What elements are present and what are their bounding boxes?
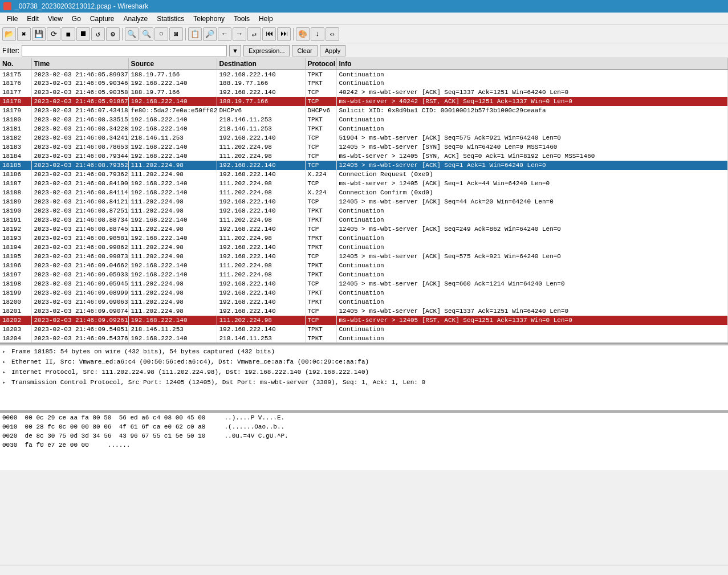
table-row[interactable]: 181792023-02-03 21:46:07.434183000fe80::…	[0, 106, 728, 115]
expand-icon[interactable]: ▸	[2, 358, 9, 365]
toolbar-btn-7[interactable]: ⚙	[106, 27, 120, 41]
table-row[interactable]: 181952023-02-03 21:46:08.998739000111.20…	[0, 252, 728, 261]
menu-item-file[interactable]: File	[2, 14, 22, 24]
toolbar-btn-11[interactable]: ○	[154, 27, 168, 41]
toolbar-btn-1[interactable]: ✖	[17, 27, 31, 41]
cell-proto: TPKT	[305, 234, 336, 243]
table-row[interactable]: 182012023-02-03 21:46:09.090742000111.20…	[0, 307, 728, 316]
cell-proto: TCP	[305, 161, 336, 170]
menu-item-view[interactable]: View	[43, 14, 67, 24]
toolbar-btn-17[interactable]: →	[233, 27, 246, 41]
apply-button[interactable]: Apply	[320, 45, 346, 56]
menu-item-telephony[interactable]: Telephony	[189, 14, 229, 24]
table-row[interactable]: 181842023-02-03 21:46:08.793443000192.16…	[0, 152, 728, 161]
menu-item-go[interactable]: Go	[67, 14, 86, 24]
detail-row[interactable]: ▸Frame 18185: 54 bytes on wire (432 bits…	[2, 346, 726, 357]
cell-info: Connection Confirm (0xd0)	[336, 188, 728, 197]
filter-input[interactable]	[22, 45, 227, 56]
toolbar-btn-0[interactable]: 📂	[2, 27, 16, 41]
bytes-row: 0020 de 8c 30 75 0d 3d 34 56 43 96 67 55…	[2, 433, 726, 442]
table-row[interactable]: 181772023-02-03 21:46:05.903587000188.19…	[0, 88, 728, 97]
menu-item-capture[interactable]: Capture	[86, 14, 119, 24]
table-row[interactable]: 181992023-02-03 21:46:09.089991000111.20…	[0, 288, 728, 297]
expand-icon[interactable]: ▸	[2, 379, 9, 386]
table-row[interactable]: 182022023-02-03 21:46:09.092618000192.16…	[0, 316, 728, 325]
cell-no: 18201	[0, 307, 31, 316]
table-row[interactable]: 181862023-02-03 21:46:08.793623000111.20…	[0, 170, 728, 179]
table-row[interactable]: 181932023-02-03 21:46:08.985810000192.16…	[0, 234, 728, 243]
table-row[interactable]: 181822023-02-03 21:46:08.342411000218.14…	[0, 133, 728, 142]
table-row[interactable]: 181852023-02-03 21:46:08.793520000111.20…	[0, 161, 728, 170]
table-row[interactable]: 181902023-02-03 21:46:08.872517000111.20…	[0, 206, 728, 215]
col-header-dst[interactable]: Destination	[217, 58, 305, 70]
cell-proto: TCP	[305, 179, 336, 188]
toolbar-btn-2[interactable]: 💾	[32, 27, 46, 41]
table-row[interactable]: 181962023-02-03 21:46:09.046626000192.16…	[0, 261, 728, 270]
toolbar-btn-18[interactable]: ↵	[247, 27, 261, 41]
menubar: FileEditViewGoCaptureAnalyzeStatisticsTe…	[0, 13, 728, 25]
table-row[interactable]: 181752023-02-03 21:46:05.899376000188.19…	[0, 70, 728, 79]
cell-src: fe80::5da2:7e0a:e50ff02::1:2	[128, 106, 217, 115]
table-row[interactable]: 181972023-02-03 21:46:09.059331000192.16…	[0, 270, 728, 279]
toolbar-btn-22[interactable]: 🎨	[296, 27, 310, 41]
col-header-time[interactable]: Time	[31, 58, 128, 70]
col-header-src[interactable]: Source	[128, 58, 217, 70]
menu-item-analyze[interactable]: Analyze	[119, 14, 153, 24]
toolbar-btn-23[interactable]: ↓	[311, 27, 324, 41]
col-header-info[interactable]: Info	[336, 58, 728, 70]
toolbar-btn-6[interactable]: ↺	[91, 27, 105, 41]
bytes-row: 0030 fa f0 e7 2e 00 00 ......	[2, 442, 726, 451]
table-row[interactable]: 181982023-02-03 21:46:09.059450000111.20…	[0, 279, 728, 288]
menu-item-statistics[interactable]: Statistics	[152, 14, 189, 24]
cell-no: 18204	[0, 334, 31, 343]
detail-row[interactable]: ▸Transmission Control Protocol, Src Port…	[2, 377, 726, 388]
expand-icon[interactable]: ▸	[2, 348, 9, 355]
table-row[interactable]: 181812023-02-03 21:46:08.342280000192.16…	[0, 124, 728, 133]
toolbar-btn-15[interactable]: 🔎	[203, 27, 217, 41]
packet-list[interactable]: No. Time Source Destination Protocol Inf…	[0, 58, 728, 343]
table-row[interactable]: 181912023-02-03 21:46:08.887341000192.16…	[0, 215, 728, 225]
col-header-no[interactable]: No.	[0, 58, 31, 70]
table-row[interactable]: 182042023-02-03 21:46:09.543769000192.16…	[0, 334, 728, 343]
cell-time: 2023-02-03 21:46:09.046626000	[31, 261, 128, 270]
dropdown-button[interactable]: ▼	[229, 45, 241, 56]
menu-item-help[interactable]: Help	[254, 14, 278, 24]
toolbar-btn-10[interactable]: 🔍	[140, 27, 153, 41]
toolbar-btn-3[interactable]: ⟳	[47, 27, 60, 41]
toolbar-btn-12[interactable]: ⊠	[169, 27, 183, 41]
toolbar-btn-9[interactable]: 🔍	[125, 27, 139, 41]
cell-proto: TPKT	[305, 325, 336, 334]
packet-detail[interactable]: ▸Frame 18185: 54 bytes on wire (432 bits…	[0, 345, 728, 411]
detail-row[interactable]: ▸Internet Protocol, Src: 111.202.224.98 …	[2, 367, 726, 377]
menu-item-tools[interactable]: Tools	[229, 14, 254, 24]
toolbar-btn-24[interactable]: ⇔	[326, 27, 339, 41]
table-row[interactable]: 181922023-02-03 21:46:08.887457000111.20…	[0, 225, 728, 234]
col-header-proto[interactable]: Protocol	[305, 58, 336, 70]
cell-info: Continuation	[336, 288, 728, 297]
toolbar-btn-20[interactable]: ⏭	[277, 27, 291, 41]
table-row[interactable]: 181782023-02-03 21:46:05.918678000192.16…	[0, 97, 728, 106]
table-row[interactable]: 181802023-02-03 21:46:08.335151000192.16…	[0, 115, 728, 124]
toolbar-btn-16[interactable]: ←	[218, 27, 231, 41]
expression-button[interactable]: Expression...	[243, 45, 290, 56]
cell-no: 18187	[0, 179, 31, 188]
table-row[interactable]: 182032023-02-03 21:46:09.540518000218.14…	[0, 325, 728, 334]
toolbar-btn-19[interactable]: ⏮	[262, 27, 276, 41]
table-row[interactable]: 181872023-02-03 21:46:08.841005000192.16…	[0, 179, 728, 188]
cell-no: 18189	[0, 197, 31, 206]
toolbar-btn-5[interactable]: ⏹	[76, 27, 90, 41]
menu-item-edit[interactable]: Edit	[22, 14, 43, 24]
toolbar-btn-4[interactable]: ◼	[62, 27, 75, 41]
clear-button[interactable]: Clear	[292, 45, 317, 56]
table-row[interactable]: 181762023-02-03 21:46:05.903464000192.16…	[0, 79, 728, 88]
table-row[interactable]: 181882023-02-03 21:46:08.841148000192.16…	[0, 188, 728, 197]
toolbar-btn-14[interactable]: 📋	[188, 27, 202, 41]
expand-icon[interactable]: ▸	[2, 369, 9, 376]
cell-src: 188.19.77.166	[128, 88, 217, 97]
detail-row[interactable]: ▸Ethernet II, Src: Vmware_ed:a6:c4 (00:5…	[2, 357, 726, 367]
table-row[interactable]: 181832023-02-03 21:46:08.786530000192.16…	[0, 142, 728, 152]
table-row[interactable]: 181892023-02-03 21:46:08.841211000111.20…	[0, 197, 728, 206]
table-row[interactable]: 182002023-02-03 21:46:09.090633000111.20…	[0, 297, 728, 307]
cell-dst: DHCPv6	[217, 106, 305, 115]
table-row[interactable]: 181942023-02-03 21:46:08.998621000111.20…	[0, 243, 728, 252]
